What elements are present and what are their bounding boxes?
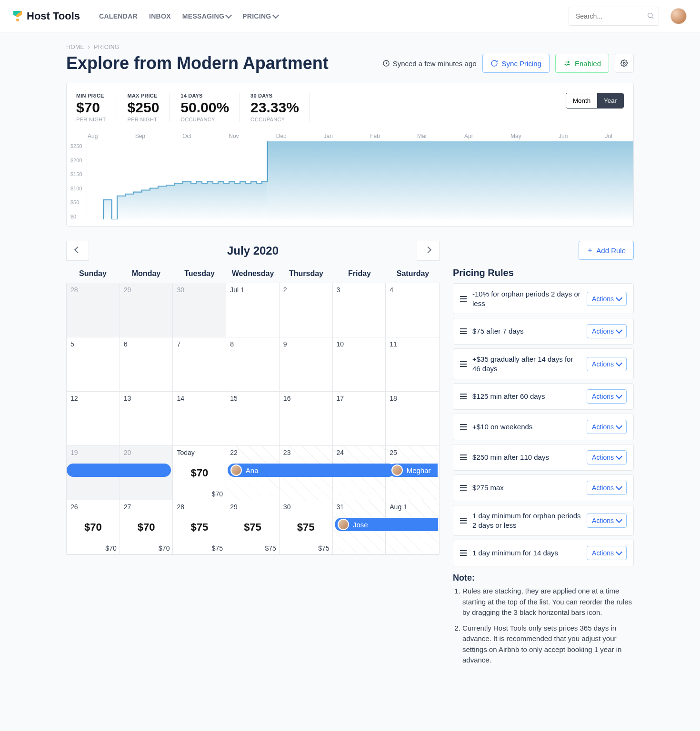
day-price-main: $70 — [67, 521, 120, 533]
calendar-day[interactable]: 13 — [120, 392, 173, 446]
crumb-home[interactable]: HOME — [66, 44, 84, 50]
day-number: 30 — [283, 503, 329, 511]
period-toggle: Month Year — [566, 93, 624, 109]
day-number: 6 — [124, 340, 169, 348]
enabled-button[interactable]: Enabled — [555, 54, 609, 73]
toggle-month[interactable]: Month — [566, 93, 597, 108]
page-title: Explore from Modern Apartment — [66, 53, 329, 73]
nav-messaging[interactable]: MESSAGING — [182, 12, 231, 20]
calendar-day[interactable]: 27$70$70 — [120, 500, 173, 554]
rule-actions-button[interactable]: Actions — [587, 357, 627, 371]
day-price-main: $70 — [120, 521, 173, 533]
calendar-day[interactable]: 6 — [120, 337, 173, 392]
drag-handle-icon[interactable] — [460, 424, 467, 430]
day-number: 18 — [390, 395, 435, 402]
day-number: 5 — [70, 340, 116, 348]
drag-handle-icon[interactable] — [460, 485, 467, 491]
calendar-day[interactable]: 2 — [280, 283, 333, 337]
day-number: 28 — [177, 503, 222, 511]
sync-pricing-button[interactable]: Sync Pricing — [482, 54, 550, 73]
main-nav: CALENDAR INBOX MESSAGING PRICING — [99, 12, 278, 20]
drag-handle-icon[interactable] — [460, 454, 467, 460]
pricing-rule: $75 after 7 daysActions — [453, 318, 634, 345]
calendar-day[interactable]: 29$75$75 — [226, 500, 280, 554]
chart-x-label: Nov — [229, 133, 239, 139]
calendar-day[interactable]: 26$70$70 — [67, 500, 120, 554]
calendar-day[interactable]: 29 — [120, 283, 173, 337]
calendar-day[interactable]: 15 — [226, 392, 280, 446]
calendar-day[interactable]: 10 — [333, 337, 386, 392]
rule-actions-button[interactable]: Actions — [587, 420, 627, 434]
nav-inbox[interactable]: INBOX — [149, 12, 171, 20]
rule-actions-button[interactable]: Actions — [587, 514, 627, 528]
drag-handle-icon[interactable] — [460, 394, 467, 399]
user-avatar[interactable] — [670, 8, 687, 24]
drag-handle-icon[interactable] — [460, 328, 467, 334]
rule-actions-button[interactable]: Actions — [587, 450, 627, 464]
stat-value: $70 — [76, 99, 106, 116]
rule-actions-button[interactable]: Actions — [587, 481, 627, 495]
add-rule-button[interactable]: Add Rule — [579, 241, 634, 260]
rule-text: -10% for orphan periods 2 days or less — [472, 289, 581, 308]
day-number: 9 — [283, 340, 329, 348]
drag-handle-icon[interactable] — [460, 550, 467, 556]
drag-handle-icon[interactable] — [460, 518, 467, 524]
brand-logo[interactable]: Host Tools — [13, 10, 80, 22]
rule-actions-button[interactable]: Actions — [587, 389, 627, 404]
day-number: 23 — [283, 449, 329, 456]
settings-button[interactable] — [615, 54, 634, 73]
calendar-day[interactable]: 30 — [173, 283, 226, 337]
calendar-day[interactable]: 9 — [280, 337, 333, 392]
stat-sub: OCCUPANCY — [250, 117, 299, 122]
rule-actions-button[interactable]: Actions — [587, 546, 627, 560]
pricing-rule: $275 maxActions — [453, 474, 634, 501]
calendar-day[interactable]: 11 — [386, 337, 439, 392]
calendar-section: July 2020 SundayMondayTuesdayWednesdayTh… — [66, 241, 440, 555]
crumb-pricing[interactable]: PRICING — [94, 44, 120, 50]
brand-name: Host Tools — [27, 10, 80, 22]
calendar-day[interactable]: 17 — [333, 392, 386, 446]
calendar-day[interactable]: 5 — [67, 337, 120, 392]
calendar-day[interactable]: 30$75$75 — [280, 500, 333, 554]
calendar-day[interactable]: 14 — [173, 392, 226, 446]
nav-calendar[interactable]: CALENDAR — [99, 12, 138, 20]
chart-x-label: Aug — [88, 133, 98, 139]
booking-bar-jose[interactable]: Jose — [335, 518, 438, 531]
chart-y-label: $50 — [70, 199, 79, 205]
prev-month-button[interactable] — [66, 241, 89, 261]
pricing-rule: 1 day minimum for 14 daysActions — [453, 540, 634, 566]
day-number: 22 — [230, 449, 275, 456]
chart-y-label: $200 — [70, 158, 82, 163]
calendar-day[interactable]: 16 — [280, 392, 333, 446]
booking-guest-name: Jose — [353, 521, 368, 529]
booking-bar[interactable] — [67, 464, 171, 477]
stat-label: 30 DAYS — [250, 93, 299, 99]
nav-pricing[interactable]: PRICING — [242, 12, 278, 20]
drag-handle-icon[interactable] — [460, 361, 467, 367]
note-heading: Note: — [453, 573, 634, 583]
rule-actions-button[interactable]: Actions — [587, 292, 627, 306]
weekday-label: Tuesday — [173, 269, 226, 278]
toggle-year[interactable]: Year — [597, 93, 623, 108]
booking-guest-name: Ana — [246, 466, 259, 474]
calendar-day[interactable]: 4 — [386, 283, 439, 337]
day-number: 16 — [283, 395, 329, 402]
day-number: Today — [177, 449, 222, 456]
calendar-day[interactable]: 7 — [173, 337, 226, 392]
chevron-right-icon — [425, 247, 431, 253]
calendar-day[interactable]: 3 — [333, 283, 386, 337]
calendar-day[interactable]: 12 — [67, 392, 120, 446]
calendar-day[interactable]: 28 — [67, 283, 120, 337]
search-input[interactable] — [569, 7, 659, 26]
booking-bar-meghan[interactable]: Meghar — [389, 464, 438, 477]
drag-handle-icon[interactable] — [460, 296, 467, 302]
rule-actions-button[interactable]: Actions — [587, 324, 627, 338]
calendar-day[interactable]: Jul 1 — [226, 283, 280, 337]
calendar-day[interactable]: 28$75$75 — [173, 500, 226, 554]
next-month-button[interactable] — [417, 241, 440, 261]
booking-bar-ana[interactable]: Ana — [228, 464, 395, 477]
weekday-label: Wednesday — [226, 269, 280, 278]
calendar-day[interactable]: 18 — [386, 392, 439, 446]
calendar-day[interactable]: Today$70$70 — [173, 446, 226, 500]
calendar-day[interactable]: 8 — [226, 337, 280, 392]
